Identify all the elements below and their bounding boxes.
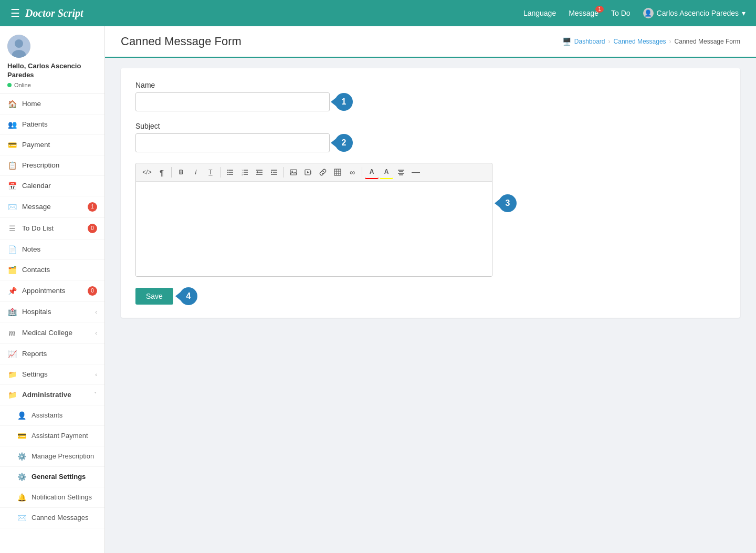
contacts-icon: 🗂️ (7, 266, 17, 274)
assistants-icon: 👤 (17, 411, 26, 420)
appointments-badge: 0 (88, 286, 97, 296)
name-label: Name (135, 81, 726, 89)
sidebar-item-administrative[interactable]: 📁 Administrative ˅ (0, 385, 104, 405)
toolbar-hr[interactable]: — (409, 165, 423, 179)
breadcrumb-sep2: › (669, 38, 671, 45)
breadcrumb-current: Canned Message Form (675, 38, 740, 45)
toolbar-font-color[interactable]: A (365, 165, 379, 179)
toolbar-outdent[interactable] (253, 165, 266, 179)
settings-chevron: ‹ (95, 371, 97, 378)
sidebar-item-message[interactable]: ✉️ Message 1 (0, 196, 104, 218)
message-icon: ✉️ (7, 203, 17, 211)
message-badge: 1 (595, 6, 604, 13)
sidebar-item-settings[interactable]: 📁 Settings ‹ (0, 364, 104, 385)
user-icon: 👤 (643, 8, 654, 18)
subject-input-wrap: 2 (135, 133, 726, 152)
home-icon: 🏠 (7, 100, 17, 108)
administrative-chevron: ˅ (94, 391, 97, 398)
sidebar-item-general-settings[interactable]: ⚙️ General Settings (0, 467, 104, 487)
toolbar-table[interactable] (331, 165, 344, 179)
svg-point-1 (15, 39, 23, 48)
language-link[interactable]: Language (523, 9, 556, 17)
toolbar-ol[interactable]: 1.2.3. (238, 165, 251, 179)
toolbar-sep4 (362, 167, 362, 178)
step-badge-4: 4 (180, 287, 197, 305)
reports-icon: 📈 (7, 350, 17, 358)
name-input[interactable] (135, 92, 330, 111)
sidebar-item-home[interactable]: 🏠 Home (0, 94, 104, 114)
svg-point-8 (227, 174, 228, 175)
user-greeting: Hello, Carlos Ascencio Paredes (7, 62, 97, 80)
toolbar-paragraph[interactable]: ¶ (155, 165, 169, 179)
todo-link[interactable]: To Do (611, 9, 631, 17)
toolbar-bg-color[interactable]: A (380, 165, 393, 179)
toolbar-source[interactable]: </> (140, 165, 154, 179)
sidebar-item-manage-prescription[interactable]: ⚙️ Manage Prescription (0, 446, 104, 467)
message-link[interactable]: Message 1 (569, 9, 598, 17)
editor-body[interactable] (136, 182, 492, 276)
toolbar-sep1 (171, 167, 172, 178)
svg-marker-22 (271, 171, 272, 173)
sidebar-item-hospitals[interactable]: 🏥 Hospitals ‹ (0, 302, 104, 322)
toolbar-link[interactable] (316, 165, 330, 179)
toolbar-underline[interactable]: T (204, 165, 217, 179)
sidebar-item-todolist[interactable]: ☰ To Do List 0 (0, 218, 104, 239)
editor-wrap: </> ¶ B I T 1.2.3. (135, 163, 492, 277)
sidebar-item-assistant-payment[interactable]: 💳 Assistant Payment (0, 426, 104, 446)
sidebar-item-prescription[interactable]: 📋 Prescription (0, 155, 104, 176)
user-menu[interactable]: 👤 Carlos Ascencio Paredes ▾ (643, 8, 746, 18)
toolbar-ul[interactable] (223, 165, 237, 179)
toolbar-special-chars[interactable]: ∞ (345, 165, 359, 179)
sidebar-item-payment[interactable]: 💳 Payment (0, 135, 104, 155)
manage-prescription-icon: ⚙️ (17, 452, 26, 461)
canned-messages-icon: ✉️ (17, 514, 26, 522)
sidebar-item-appointments[interactable]: 📌 Appointments 0 (0, 280, 104, 302)
step-badge-1: 1 (335, 93, 353, 111)
sidebar-item-patients[interactable]: 👥 Patients (0, 114, 104, 135)
editor-toolbar: </> ¶ B I T 1.2.3. (136, 163, 492, 182)
dashboard-icon: 🖥️ (562, 37, 571, 46)
notes-icon: 📄 (7, 245, 17, 254)
sidebar-item-calendar[interactable]: 📅 Calendar (0, 176, 104, 196)
toolbar-indent[interactable] (267, 165, 281, 179)
editor-with-badge: </> ¶ B I T 1.2.3. (135, 163, 726, 277)
sidebar-item-notification-settings[interactable]: 🔔 Notification Settings (0, 487, 104, 508)
subject-field-group: Subject 2 (135, 122, 726, 152)
breadcrumb-canned-messages[interactable]: Canned Messages (614, 38, 666, 45)
prescription-icon: 📋 (7, 161, 17, 170)
sidebar-item-canned-messages[interactable]: ✉️ Canned Messages (0, 508, 104, 528)
todolist-badge: 0 (88, 224, 97, 233)
sidebar-item-medical-college[interactable]: m Medical College ‹ (0, 322, 104, 344)
sidebar: Hello, Carlos Ascencio Paredes Online 🏠 … (0, 26, 105, 553)
calendar-icon: 📅 (7, 182, 17, 190)
toolbar-media[interactable] (301, 165, 315, 179)
subject-label: Subject (135, 122, 726, 130)
toolbar-italic[interactable]: I (189, 165, 203, 179)
page-header: Canned Message Form 🖥️ Dashboard › Canne… (105, 26, 756, 58)
toolbar-align[interactable] (394, 165, 408, 179)
toolbar-bold[interactable]: B (174, 165, 188, 179)
hospitals-icon: 🏥 (7, 308, 17, 316)
hamburger-icon[interactable]: ☰ (10, 7, 20, 19)
breadcrumb-sep1: › (608, 38, 611, 45)
administrative-icon: 📁 (7, 391, 17, 399)
sidebar-item-contacts[interactable]: 🗂️ Contacts (0, 260, 104, 280)
svg-marker-26 (307, 171, 309, 173)
subject-input[interactable] (135, 133, 330, 152)
sidebar-item-reports[interactable]: 📈 Reports (0, 344, 104, 364)
svg-point-6 (227, 170, 228, 171)
breadcrumb-dashboard[interactable]: Dashboard (574, 38, 605, 45)
patients-icon: 👥 (7, 120, 17, 129)
message-sidebar-badge: 1 (88, 202, 97, 212)
toolbar-sep3 (284, 167, 284, 178)
topnav-right: Language Message 1 To Do 👤 Carlos Ascenc… (523, 8, 746, 18)
topnav: ☰ Doctor Script Language Message 1 To Do… (0, 0, 756, 26)
save-button[interactable]: Save (135, 288, 173, 305)
editor-group: </> ¶ B I T 1.2.3. (135, 163, 726, 277)
toolbar-image[interactable] (287, 165, 300, 179)
appointments-icon: 📌 (7, 287, 17, 295)
sidebar-item-notes[interactable]: 📄 Notes (0, 239, 104, 260)
notification-settings-icon: 🔔 (17, 493, 26, 502)
sidebar-item-assistants[interactable]: 👤 Assistants (0, 405, 104, 426)
canned-message-form: Name 1 Subject 2 (121, 68, 740, 318)
